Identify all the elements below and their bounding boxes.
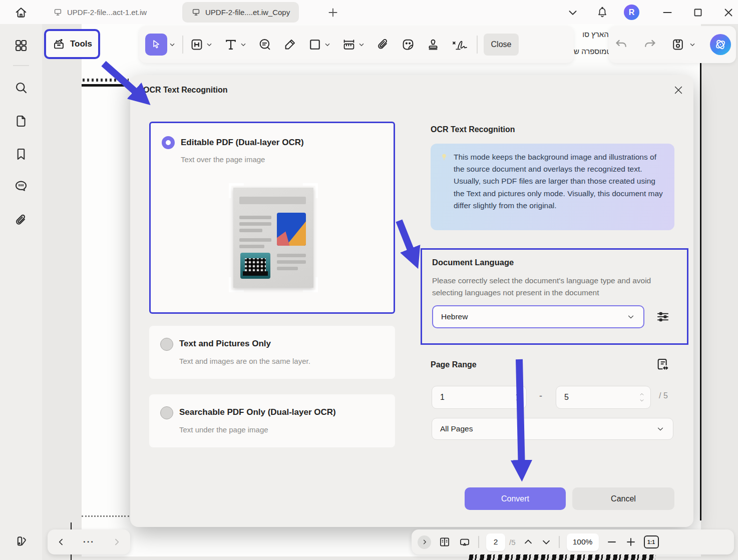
minimize-button[interactable]: [661, 6, 674, 19]
sample-image-blue: [277, 213, 306, 246]
actual-size-button[interactable]: 1:1: [644, 535, 659, 548]
two-page-icon: [438, 535, 451, 548]
language-dropdown[interactable]: Hebrew: [432, 305, 644, 328]
option-subtitle: Text under the page image: [179, 425, 268, 434]
radio-unselected-icon[interactable]: [160, 338, 173, 351]
option-title: Editable PDF (Dual-layer OCR): [181, 138, 304, 148]
language-advanced-settings-button[interactable]: [655, 309, 670, 324]
dialog-close-button[interactable]: [673, 85, 684, 96]
left-sidebar: [0, 24, 42, 560]
bookmark-icon: [14, 147, 29, 162]
option-searchable-pdf[interactable]: Searchable PDF Only (Dual-layer OCR) Tex…: [149, 394, 395, 447]
signature-tool-button[interactable]: [451, 37, 471, 52]
user-avatar[interactable]: R: [624, 5, 639, 20]
page-range-settings-button[interactable]: [655, 356, 671, 372]
page-scope-dropdown[interactable]: All Pages: [432, 418, 673, 440]
save-dropdown[interactable]: [688, 41, 696, 49]
page-number-input[interactable]: 2: [486, 533, 505, 551]
pages-panel-button[interactable]: [14, 114, 29, 129]
theme-swatches-button[interactable]: [14, 534, 29, 549]
option-editable-pdf[interactable]: Editable PDF (Dual-layer OCR) Text over …: [149, 122, 395, 314]
page-to-input[interactable]: [556, 393, 616, 402]
text-tool-dropdown[interactable]: [239, 41, 247, 49]
page-layout-button[interactable]: [438, 535, 451, 548]
previous-page-button[interactable]: [523, 536, 534, 547]
new-tab-button[interactable]: [326, 6, 339, 19]
measure-tool-dropdown[interactable]: [357, 41, 365, 49]
thumbnails-panel-button[interactable]: [14, 38, 29, 53]
select-tool-dropdown[interactable]: [168, 41, 176, 49]
page-to-stepper[interactable]: [638, 392, 645, 403]
cancel-button[interactable]: Cancel: [572, 487, 674, 510]
close-window-button[interactable]: [722, 6, 735, 19]
bell-icon: [596, 6, 609, 19]
option-title: Searchable PDF Only (Dual-layer OCR): [179, 407, 336, 417]
nav-more-button[interactable]: ···: [83, 537, 95, 547]
sample-image-teal: [240, 253, 270, 279]
undo-button[interactable]: [614, 37, 629, 52]
history-toolbar: [609, 26, 736, 63]
bookmarks-panel-button[interactable]: [14, 147, 29, 162]
language-selected-value: Hebrew: [441, 312, 468, 321]
page-from-input[interactable]: [432, 393, 492, 402]
pen-tool-button[interactable]: [282, 37, 297, 52]
tools-button[interactable]: Tools: [44, 29, 100, 59]
stamp-tool-button[interactable]: [426, 37, 441, 52]
nav-back-button[interactable]: [56, 537, 66, 547]
page-from-field[interactable]: [432, 386, 527, 409]
save-button[interactable]: [670, 37, 685, 52]
zoom-level-input[interactable]: 100%: [567, 533, 599, 551]
heading-tool-dropdown[interactable]: [205, 41, 213, 49]
radio-selected-icon[interactable]: [162, 136, 175, 149]
page-count-label: /5: [509, 538, 516, 546]
maximize-button[interactable]: [691, 6, 704, 19]
nav-forward-button[interactable]: [112, 537, 122, 547]
shape-tool-button[interactable]: [307, 37, 322, 52]
history-nav-bar: ···: [48, 529, 130, 554]
shape-tool-dropdown[interactable]: [323, 41, 331, 49]
ocr-search-tool-button[interactable]: [257, 37, 272, 52]
attachments-panel-button[interactable]: [14, 213, 29, 228]
tab-document-1[interactable]: UPDF-2-file...act-1.et.iw: [44, 2, 156, 23]
sticker-tool-button[interactable]: [401, 37, 416, 52]
redo-button[interactable]: [642, 37, 657, 52]
mode-info-heading: OCR Text Recognition: [431, 125, 515, 134]
text-tool-button[interactable]: [223, 37, 238, 52]
option-subtitle: Text and images are on the same layer.: [179, 357, 310, 365]
tab-document-2[interactable]: UPDF-2-file....et.iw_Copy: [182, 2, 299, 23]
notifications-button[interactable]: [596, 6, 609, 19]
measure-tool-button[interactable]: [341, 37, 356, 52]
option-subtitle: Text over the page image: [181, 155, 265, 164]
select-tool-button[interactable]: [145, 34, 167, 56]
option-text-pictures-only[interactable]: Text and Pictures Only Text and images a…: [149, 326, 395, 379]
comments-panel-button[interactable]: [14, 179, 29, 194]
paperclip-icon: [14, 213, 29, 228]
plus-icon: [625, 536, 637, 548]
radio-unselected-icon[interactable]: [160, 406, 173, 419]
heading-tool-button[interactable]: [189, 37, 204, 52]
chevron-down-icon: [626, 312, 635, 321]
zoom-in-button[interactable]: [625, 536, 637, 548]
expand-panel-button[interactable]: [418, 535, 431, 549]
next-page-button[interactable]: [541, 536, 552, 547]
ocr-dialog: OCR Text Recognition Editable PDF (Dual-…: [130, 75, 693, 527]
home-button[interactable]: [11, 4, 31, 21]
view-control-bar: 2 /5 100% 1:1: [412, 529, 734, 554]
sidebar-divider: [13, 65, 29, 66]
zoom-out-button[interactable]: [606, 536, 618, 548]
option-title: Text and Pictures Only: [179, 339, 271, 349]
attach-tool-button[interactable]: [376, 37, 391, 52]
tab-list-button[interactable]: [566, 6, 579, 19]
ai-logo-icon: [713, 37, 728, 52]
page-to-field[interactable]: [556, 386, 651, 409]
home-icon: [14, 6, 28, 20]
presentation-button[interactable]: [458, 535, 471, 548]
document-tab-icon: [53, 8, 63, 17]
ai-assistant-button[interactable]: [710, 34, 731, 55]
search-button[interactable]: [14, 80, 29, 95]
close-tools-button[interactable]: Close: [484, 34, 519, 56]
plus-icon: [326, 6, 339, 19]
page-from-stepper[interactable]: [514, 392, 521, 403]
chevron-right-icon: [421, 538, 428, 545]
convert-button[interactable]: Convert: [465, 487, 566, 510]
